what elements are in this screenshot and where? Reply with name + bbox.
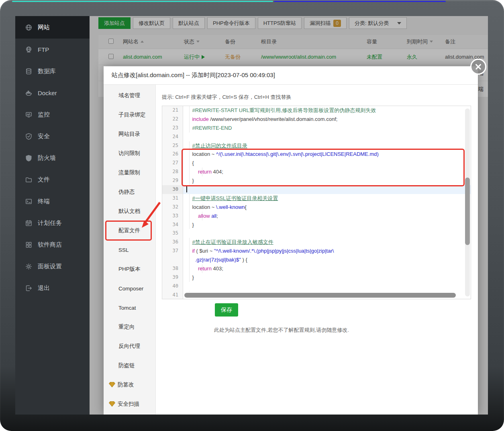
sidebar-item-label: 软件商店	[38, 241, 62, 249]
code-line: 36 #禁止在证书验证目录放入敏感文件	[162, 238, 471, 247]
line-number: 39	[162, 273, 183, 282]
line-number: 36	[162, 238, 183, 247]
sidebar-item-label: FTP	[38, 46, 49, 53]
editor-hscrollbar-track	[184, 292, 464, 299]
monitor-icon	[25, 111, 32, 118]
line-number: 23	[162, 124, 183, 133]
sidebar-item-label: 数据库	[38, 67, 56, 75]
globe-icon	[25, 24, 32, 31]
code-line-text: #REWRITE-END	[183, 124, 471, 133]
code-lines: 21 #REWRITE-START URL重写规则引用,修改后将导致面板设置的伪…	[162, 106, 471, 299]
sidebar-item-monitor[interactable]: 监控	[15, 104, 90, 125]
code-line-text	[183, 185, 471, 194]
gem-pro-icon	[109, 382, 115, 388]
code-line: 22 include /www/server/panel/vhost/rewri…	[162, 115, 471, 124]
sidebar-item-gear[interactable]: 面板设置	[15, 255, 90, 277]
code-line-text: return 403;	[183, 264, 471, 273]
sidebar-item-terminal[interactable]: 终端	[15, 190, 90, 212]
code-line-text: if ( $uri ~ "^/\.well-known/.*\.(php|jsp…	[183, 247, 471, 255]
tab-label: 网站目录	[118, 131, 140, 138]
tab-防盗链[interactable]: 防盗链	[104, 356, 155, 375]
line-number: 24	[162, 133, 183, 141]
line-number: 29	[162, 176, 183, 185]
tab-label: 流量限制	[118, 169, 140, 176]
sidebar-item-calendar[interactable]: 计划任务	[15, 212, 90, 234]
modal-body: 域名管理子目录绑定网站目录访问限制流量限制伪静态默认文档配置文件SSLPHP版本…	[104, 85, 478, 415]
tab-Composer[interactable]: Composer	[104, 279, 155, 298]
code-line-text: location ~ \.well-known{	[183, 203, 471, 212]
tab-域名管理[interactable]: 域名管理	[104, 86, 155, 105]
code-line: 39 }	[162, 273, 471, 282]
code-line: 29 }	[162, 176, 471, 185]
code-line-text: }	[183, 176, 471, 185]
tab-防篡改[interactable]: 防篡改	[104, 375, 155, 394]
sidebar-item-folder[interactable]: 文件	[15, 169, 90, 190]
code-line-text	[183, 133, 471, 141]
tab-label: 域名管理	[118, 92, 140, 99]
line-number: 32	[162, 203, 183, 212]
tab-子目录绑定[interactable]: 子目录绑定	[104, 105, 155, 125]
tab-PHP版本[interactable]: PHP版本	[104, 259, 155, 279]
config-code-editor[interactable]: 21 #REWRITE-START URL重写规则引用,修改后将导致面板设置的伪…	[162, 106, 471, 299]
sidebar-item-shield-check[interactable]: 安全	[15, 125, 90, 147]
config-footer-note: 此处为站点主配置文件,若您不了解配置规则,请勿随意修改.	[214, 327, 349, 334]
site-edit-modal: 站点修改[alist.domain.com] -- 添加时间[2023-07-0…	[104, 66, 478, 415]
line-number: 28	[162, 167, 183, 176]
tab-Tomcat[interactable]: Tomcat	[104, 298, 155, 317]
code-line: 31 #一键申请SSL证书验证目录相关设置	[162, 194, 471, 203]
tab-label: PHP版本	[118, 266, 141, 273]
code-line-text: {	[183, 159, 471, 167]
code-line: 26 location ~ ^/(\.user.ini|\.htaccess|\…	[162, 150, 471, 159]
gear-icon	[25, 263, 32, 270]
sidebar-item-docker[interactable]: Docker	[15, 82, 90, 104]
sidebar-item-ftp[interactable]: FTP	[15, 39, 90, 60]
save-button[interactable]: 保存	[215, 303, 238, 317]
tab-伪静态[interactable]: 伪静态	[104, 182, 155, 202]
code-line: 32 location ~ \.well-known{	[162, 203, 471, 212]
sidebar-item-globe[interactable]: 网站	[15, 16, 90, 39]
code-line-text: #禁止访问的文件或目录	[183, 141, 471, 150]
line-number: 34	[162, 221, 183, 229]
sidebar-item-label: Docker	[38, 90, 57, 96]
line-number: 33	[162, 212, 183, 221]
shield-icon	[25, 154, 32, 161]
tab-流量限制[interactable]: 流量限制	[104, 163, 155, 182]
sidebar-item-logout[interactable]: 退出	[15, 277, 90, 299]
editor-hscrollbar-thumb[interactable]	[184, 293, 456, 298]
line-number: 25	[162, 141, 183, 150]
folder-icon	[25, 176, 32, 183]
tab-label: 重定向	[118, 323, 135, 331]
tab-安全扫描[interactable]: 安全扫描	[104, 394, 155, 414]
code-line-text	[183, 282, 471, 291]
terminal-icon	[25, 198, 32, 205]
sidebar-item-label: 网站	[38, 24, 50, 31]
tab-配置文件[interactable]: 配置文件	[104, 221, 155, 240]
sidebar-item-database[interactable]: 数据库	[15, 60, 90, 82]
code-line-text: location ~ ^/(\.user.ini|\.htaccess|\.gi…	[183, 150, 471, 159]
code-line: .gz|rar|7z|sql|bak)$" ) {	[162, 255, 471, 264]
line-number: 37	[162, 247, 183, 255]
sidebar-item-shield[interactable]: 防火墙	[15, 147, 90, 169]
modal-tab-content: 提示: Ctrl+F 搜索关键字，Ctrl+S 保存，Ctrl+H 查找替换 2…	[156, 85, 478, 415]
tab-label: 子目录绑定	[118, 111, 146, 118]
tab-label: 伪静态	[118, 188, 135, 196]
tab-默认文档[interactable]: 默认文档	[104, 202, 155, 221]
tab-SSL[interactable]: SSL	[104, 240, 155, 259]
tab-label: 防盗链	[118, 362, 135, 369]
gem-pro-icon	[109, 401, 115, 407]
code-line-text: #禁止在证书验证目录放入敏感文件	[183, 238, 471, 247]
sidebar-item-store[interactable]: 软件商店	[15, 234, 90, 255]
tab-访问限制[interactable]: 访问限制	[104, 144, 155, 163]
code-line: 24	[162, 133, 471, 141]
ftp-icon	[25, 46, 32, 53]
close-icon[interactable]	[470, 59, 486, 75]
editor-vscrollbar-thumb[interactable]	[465, 178, 470, 245]
code-line-text: #REWRITE-START URL重写规则引用,修改后将导致面板设置的伪静态规…	[183, 106, 471, 115]
tab-反向代理[interactable]: 反向代理	[104, 337, 155, 356]
tab-重定向[interactable]: 重定向	[104, 317, 155, 337]
modal-title: 站点修改[alist.domain.com] -- 添加时间[2023-07-0…	[104, 66, 478, 85]
code-line: 28 return 404;	[162, 167, 471, 176]
tab-网站目录[interactable]: 网站目录	[104, 125, 155, 144]
line-number: 27	[162, 159, 183, 167]
code-line-text: allow all;	[183, 212, 471, 221]
